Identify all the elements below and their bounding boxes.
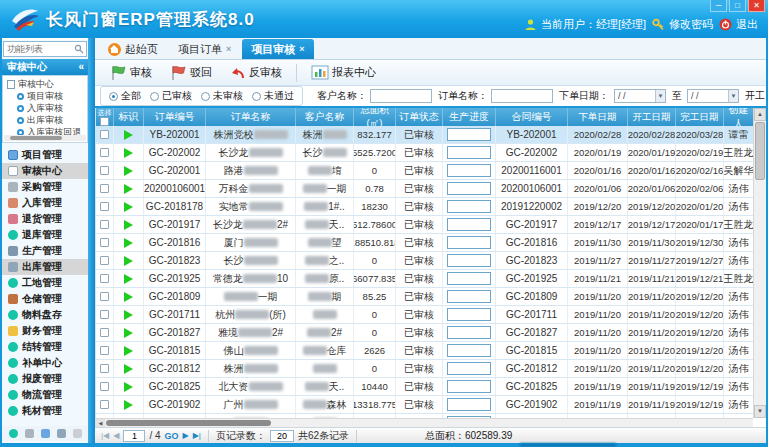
table-row[interactable]: YB-202001 株洲党校 株洲 832.177 已审核 YB-202001 …	[96, 126, 753, 144]
row-checkbox[interactable]	[100, 400, 109, 409]
tree-scrollbar[interactable]	[4, 135, 86, 141]
column-header-开工日期[interactable]: 开工日期	[628, 108, 676, 126]
sidebar-menu-item[interactable]: 结转管理	[2, 339, 88, 355]
sidebar-menu-item[interactable]: 退库管理	[2, 227, 88, 243]
vertical-scroll-thumb[interactable]	[755, 122, 765, 180]
customer-name-input[interactable]	[370, 89, 432, 103]
reject-button[interactable]: 驳回	[163, 63, 219, 83]
date-combo[interactable]: / / ▼	[687, 89, 739, 103]
dot-icon[interactable]	[9, 429, 18, 438]
sidebar-menu-item[interactable]: 审核中心	[2, 163, 88, 179]
tree-item-入库审核[interactable]: 入库审核	[3, 102, 87, 114]
column-header-完工日期[interactable]: 完工日期	[676, 108, 724, 126]
status-radio[interactable]: 已审核	[150, 89, 192, 103]
row-checkbox[interactable]	[100, 130, 109, 139]
sidebar-menu-item[interactable]: 报废管理	[2, 371, 88, 387]
row-checkbox[interactable]	[100, 202, 109, 211]
close-button[interactable]: ✕	[748, 0, 765, 12]
row-checkbox[interactable]	[100, 346, 109, 355]
row-checkbox[interactable]	[100, 328, 109, 337]
sidebar-menu-item[interactable]: 入库管理	[2, 195, 88, 211]
column-header-下单日期[interactable]: 下单日期	[568, 108, 628, 126]
more-icon[interactable]	[73, 429, 82, 438]
column-header-订单名称[interactable]: 订单名称	[206, 108, 296, 126]
tab-起始页[interactable]: 起始页 ×	[99, 39, 167, 59]
row-checkbox[interactable]	[100, 166, 109, 175]
column-header-总面积(㎡)[interactable]: 总面积(㎡)	[354, 108, 396, 126]
prev-page-button[interactable]: ◀	[113, 431, 119, 440]
horizontal-scrollbar[interactable]: ◀	[96, 418, 753, 427]
row-checkbox[interactable]	[100, 238, 109, 247]
row-checkbox[interactable]	[100, 382, 109, 391]
column-header-标识[interactable]: 标识	[114, 108, 144, 126]
minimize-button[interactable]: ─	[710, 0, 727, 12]
table-row[interactable]: GC-201823 长沙 之.. 0 已审核 GC-201823 2019/11…	[96, 252, 753, 270]
scroll-down-icon[interactable]: ▼	[754, 405, 766, 418]
table-row[interactable]: GC-201902 广州 森林 13318.775 已审核 GC-201902 …	[96, 396, 753, 414]
row-checkbox[interactable]	[100, 310, 109, 319]
tab-close-icon[interactable]: ×	[299, 44, 304, 54]
cart-icon[interactable]	[25, 429, 34, 438]
scroll-up-icon[interactable]: ▲	[754, 108, 766, 121]
sidebar-menu-item[interactable]: 耗材管理	[2, 403, 88, 419]
status-radio[interactable]: 未通过	[252, 89, 294, 103]
tab-项目审核[interactable]: 项目审核 ×	[242, 39, 313, 59]
building-icon[interactable]	[57, 429, 66, 438]
row-checkbox[interactable]	[100, 256, 109, 265]
tree-item-项目审核[interactable]: 项目审核	[3, 90, 87, 102]
tree-root-audit-center[interactable]: 审核中心	[3, 78, 87, 90]
row-checkbox[interactable]	[100, 184, 109, 193]
maximize-button[interactable]: □	[729, 0, 746, 12]
table-row[interactable]: GC-202002 长沙龙 长沙 65525.7200.. 已审核 GC-202…	[96, 144, 753, 162]
table-row[interactable]: GC-201809 一期 期 85.25 已审核 GC-201809 2019/…	[96, 288, 753, 306]
sidebar-menu-item[interactable]: 物料盘存	[2, 307, 88, 323]
sidebar-menu-item[interactable]: 出库管理	[2, 259, 88, 275]
vertical-scrollbar[interactable]: ▲ ▼	[753, 108, 766, 418]
chevron-down-icon[interactable]: ▼	[655, 90, 665, 102]
row-checkbox[interactable]	[100, 220, 109, 229]
page-size-input[interactable]	[270, 430, 294, 442]
tab-close-icon[interactable]: ×	[226, 44, 231, 54]
select-all-checkbox[interactable]	[100, 117, 109, 126]
sidebar-menu-item[interactable]: 仓储管理	[2, 291, 88, 307]
function-search-input[interactable]	[4, 42, 74, 56]
sidebar-menu-item[interactable]: 物流管理	[2, 387, 88, 403]
table-row[interactable]: GC-201825 北大资 天.. 10440 已审核 GC-201825 20…	[96, 378, 753, 396]
column-header-生产进度[interactable]: 生产进度	[443, 108, 496, 126]
column-header-创建人[interactable]: 创建人	[724, 108, 754, 126]
table-row[interactable]: GC-201711 杭州(所) 0 已审核 GC-201711 2019/11/…	[96, 306, 753, 324]
change-password-link[interactable]: 修改密码	[652, 17, 713, 32]
date-combo[interactable]: / / ▼	[614, 89, 666, 103]
audit-button[interactable]: 审核	[103, 63, 159, 83]
sidebar-menu-item[interactable]: 退货管理	[2, 211, 88, 227]
table-row[interactable]: GC-201816 厦门 望 188510.818 已审核 GC-201816 …	[96, 234, 753, 252]
sidebar-splitter[interactable]	[88, 38, 95, 443]
row-checkbox[interactable]	[100, 148, 109, 157]
table-row[interactable]: GC-2018178 实地常 1#.. 18230 已审核 2019122000…	[96, 198, 753, 216]
chevron-down-icon[interactable]: ▼	[728, 90, 738, 102]
table-row[interactable]: GC-201917 长沙龙2# 天.. 8512.78600.. 已审核 GC-…	[96, 216, 753, 234]
table-row[interactable]: GC-201815 佛山 仓库 2626 已审核 GC-201815 2019/…	[96, 342, 753, 360]
page-number-input[interactable]	[123, 430, 145, 442]
report-center-button[interactable]: 报表中心	[304, 63, 383, 82]
sidebar-menu-item[interactable]: 项目管理	[2, 147, 88, 163]
sidebar-menu-item[interactable]: 补单中心	[2, 355, 88, 371]
column-header-订单状态[interactable]: 订单状态	[396, 108, 443, 126]
collapse-icon[interactable]: «	[78, 59, 88, 75]
row-checkbox[interactable]	[100, 274, 109, 283]
sidebar-menu-item[interactable]: 生产管理	[2, 243, 88, 259]
sidebar-menu-item[interactable]: 采购管理	[2, 179, 88, 195]
table-row[interactable]: GC-202001 路港 堉 0 已审核 20200116001 2020/01…	[96, 162, 753, 180]
go-button[interactable]: GO	[165, 431, 179, 441]
table-row[interactable]: 20200106001 万科金 一期 0.78 已审核 20200106001 …	[96, 180, 753, 198]
tab-项目订单[interactable]: 项目订单 ×	[169, 39, 240, 59]
table-row[interactable]: GC-201812 株洲 0 已审核 GC-201812 2019/11/20 …	[96, 360, 753, 378]
scroll-left-icon[interactable]: ◀	[96, 419, 105, 427]
row-checkbox[interactable]	[100, 292, 109, 301]
logout-button[interactable]: 退出	[719, 17, 758, 32]
column-header-客户名称[interactable]: 客户名称	[296, 108, 354, 126]
row-checkbox[interactable]	[100, 364, 109, 373]
column-header-选择[interactable]: 选择	[96, 108, 114, 126]
next-page-button[interactable]: ▶	[183, 431, 189, 440]
last-page-button[interactable]: ▶|	[193, 431, 201, 440]
